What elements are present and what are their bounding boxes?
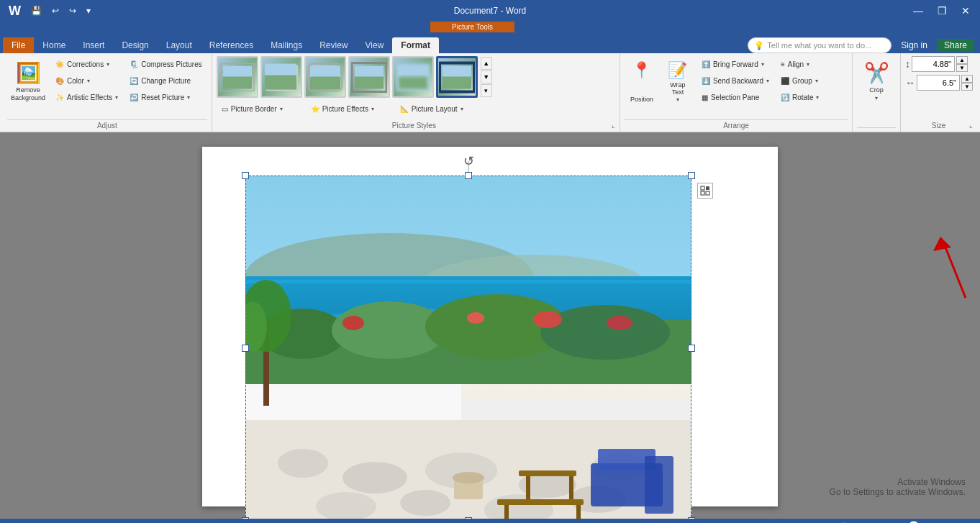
- height-spinner-buttons: ▲ ▼: [956, 56, 968, 72]
- share-button[interactable]: Share: [937, 39, 974, 52]
- picture-style-6[interactable]: [436, 56, 478, 98]
- svg-point-37: [342, 462, 407, 494]
- remove-bg-label: RemoveBackground: [11, 86, 45, 103]
- rotate-button[interactable]: 🔃 Rotate ▾: [776, 89, 848, 105]
- color-button[interactable]: 🎨 Color ▾: [50, 73, 123, 88]
- wrap-text-button[interactable]: 📝 WrapText ▾: [661, 56, 695, 106]
- crop-group-label: [857, 127, 896, 132]
- remove-bg-icon: 🖼️: [16, 61, 41, 85]
- bring-forward-label: Bring Forward: [713, 60, 758, 68]
- qat-more-button[interactable]: ▾: [83, 4, 94, 17]
- close-button[interactable]: ✕: [957, 4, 974, 18]
- picture-border-button[interactable]: ▭ Picture Border ▾: [217, 101, 303, 117]
- document-image[interactable]: [245, 176, 691, 519]
- picture-style-3[interactable]: [304, 56, 346, 98]
- change-picture-button[interactable]: 🔄 Change Picture: [124, 73, 207, 88]
- qat-undo-button[interactable]: ↩: [49, 4, 62, 17]
- position-button[interactable]: 📍 Position: [625, 56, 659, 106]
- corrections-icon: ☀️: [55, 60, 64, 68]
- bring-forward-button[interactable]: ⬆️ Bring Forward ▾: [697, 56, 774, 72]
- rotate-chevron: ▾: [816, 94, 819, 101]
- picture-style-5[interactable]: [392, 56, 434, 98]
- arrange-col1: 📍 Position: [625, 56, 659, 106]
- wrap-text-icon: 📝: [668, 61, 687, 80]
- selection-pane-icon: ▦: [702, 94, 708, 101]
- tab-design[interactable]: Design: [113, 37, 157, 53]
- signin-button[interactable]: Sign in: [897, 38, 931, 53]
- qat-save-button[interactable]: 💾: [28, 4, 45, 17]
- title-bar: W 💾 ↩ ↪ ▾ Document7 - Word — ❐ ✕: [0, 0, 980, 22]
- handle-bottom-middle[interactable]: [465, 517, 472, 519]
- picture-style-2[interactable]: [260, 56, 302, 98]
- tell-me-bar[interactable]: 💡 Tell me what you want to do...: [748, 37, 891, 53]
- document-page: ↺: [202, 147, 778, 506]
- reset-picture-button[interactable]: ↩️ Reset Picture ▾: [124, 89, 207, 105]
- svg-point-31: [467, 312, 484, 324]
- corrections-chevron: ▾: [106, 61, 109, 68]
- send-backward-button[interactable]: ⬇️ Send Backward ▾: [697, 73, 774, 88]
- color-label: Color: [67, 77, 84, 85]
- minimize-button[interactable]: —: [909, 4, 927, 18]
- arrange-col3: ⬆️ Bring Forward ▾ ⬇️ Send Backward ▾ ▦ …: [697, 56, 774, 105]
- tab-layout[interactable]: Layout: [158, 37, 201, 53]
- picture-style-1[interactable]: [217, 56, 258, 98]
- remove-background-button[interactable]: 🖼️ RemoveBackground: [7, 56, 49, 106]
- size-expand-icon[interactable]: ⌞: [969, 121, 973, 129]
- svg-rect-21: [245, 280, 691, 283]
- handle-middle-left[interactable]: [242, 345, 249, 352]
- tab-references[interactable]: References: [201, 37, 262, 53]
- align-button[interactable]: ≡ Align ▾: [776, 56, 848, 72]
- width-increment-button[interactable]: ▲: [961, 75, 973, 83]
- handle-bottom-right[interactable]: [688, 517, 695, 519]
- width-decrement-button[interactable]: ▼: [961, 83, 973, 91]
- align-chevron: ▾: [807, 61, 809, 68]
- qat-redo-button[interactable]: ↪: [66, 4, 79, 17]
- height-increment-button[interactable]: ▲: [956, 56, 968, 64]
- tab-home[interactable]: Home: [34, 37, 74, 53]
- picture-layout-button[interactable]: 📐 Picture Layout ▾: [395, 101, 481, 117]
- tab-insert[interactable]: Insert: [74, 37, 113, 53]
- handle-bottom-left[interactable]: [242, 517, 249, 519]
- selection-pane-button[interactable]: ▦ Selection Pane: [697, 89, 774, 105]
- svg-rect-60: [706, 186, 709, 190]
- handle-middle-right[interactable]: [688, 345, 695, 352]
- tab-file[interactable]: File: [3, 37, 34, 53]
- height-decrement-button[interactable]: ▼: [956, 64, 968, 72]
- ribbon-group-arrange: 📍 Position 📝 WrapText ▾ ⬆️ Bring Forward…: [620, 53, 853, 132]
- view-print-layout[interactable]: ▤: [771, 519, 797, 523]
- picture-layout-chevron: ▾: [460, 106, 463, 112]
- group-button[interactable]: ⬛ Group ▾: [776, 73, 848, 88]
- zoom-in-button[interactable]: +: [948, 521, 974, 524]
- svg-point-30: [607, 316, 632, 330]
- tab-view[interactable]: View: [357, 37, 393, 53]
- picture-effects-button[interactable]: ⭐ Picture Effects ▾: [306, 101, 392, 117]
- handle-top-right[interactable]: [688, 172, 695, 179]
- height-input[interactable]: [912, 56, 955, 72]
- artistic-effects-button[interactable]: ✨ Artistic Effects ▾: [50, 89, 123, 105]
- gallery-scroll-more[interactable]: ▾: [481, 84, 492, 97]
- corrections-button[interactable]: ☀️ Corrections ▾: [50, 56, 123, 72]
- artistic-effects-label: Artistic Effects: [67, 94, 112, 101]
- picture-tools-header: Picture Tools: [430, 22, 514, 32]
- svg-rect-8: [310, 76, 340, 89]
- handle-top-left[interactable]: [242, 172, 249, 179]
- svg-rect-16: [443, 76, 471, 88]
- restore-button[interactable]: ❐: [933, 4, 951, 18]
- compress-pictures-button[interactable]: 🗜️ Compress Pictures: [124, 56, 207, 72]
- picture-styles-expand-icon[interactable]: ⌞: [612, 121, 615, 129]
- width-input[interactable]: [917, 75, 960, 91]
- tab-mailings[interactable]: Mailings: [262, 37, 311, 53]
- handle-top-middle[interactable]: [465, 172, 472, 179]
- picture-style-4[interactable]: [348, 56, 390, 98]
- width-spinner-buttons: ▲ ▼: [961, 75, 973, 91]
- layout-options-icon[interactable]: [697, 183, 713, 199]
- gallery-scroll-up[interactable]: ▲: [481, 57, 492, 70]
- view-read-mode[interactable]: 📖: [832, 519, 858, 523]
- crop-button[interactable]: ✂️ Crop ▾: [857, 56, 896, 105]
- svg-line-63: [944, 244, 966, 298]
- picture-effects-icon: ⭐: [311, 105, 319, 113]
- tab-format[interactable]: Format: [392, 37, 439, 53]
- gallery-scroll-down[interactable]: ▼: [481, 71, 492, 83]
- view-web-layout[interactable]: ▦: [802, 519, 827, 523]
- tab-review[interactable]: Review: [311, 37, 356, 53]
